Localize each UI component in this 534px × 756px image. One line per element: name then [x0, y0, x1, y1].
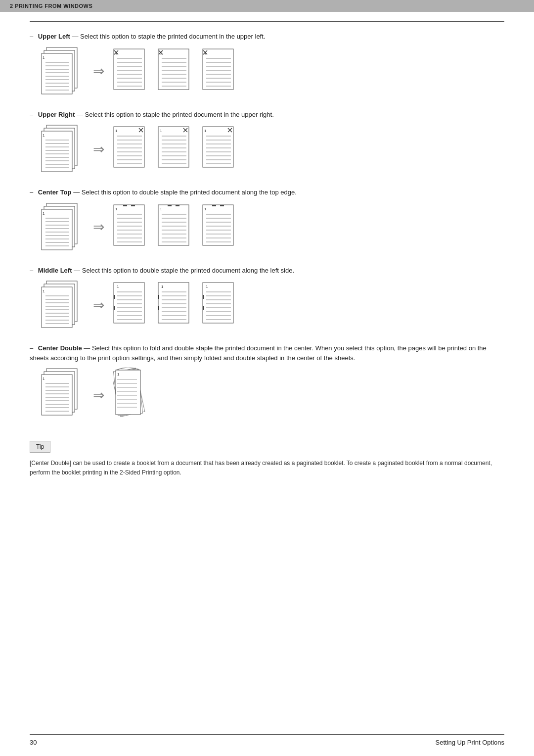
option-name-ct: Center Top	[38, 189, 72, 196]
svg-rect-4	[42, 53, 72, 94]
result-page-1: 1	[113, 48, 149, 94]
arrow-icon-ct: ⇒	[93, 219, 104, 235]
stack-diagram-ml: 3 2 1	[40, 280, 84, 330]
result-page-3: 1	[202, 48, 238, 94]
result-ml-3: 1	[202, 282, 238, 328]
stack-diagram-ct: 3 2 1	[40, 202, 84, 252]
svg-rect-129	[158, 205, 189, 245]
option-name-ml: Middle Left	[38, 267, 72, 274]
center-double-diagrams: 3 2 1 ⇒	[40, 368, 504, 422]
middle-left-diagrams: 3 2 1 ⇒ 1	[40, 280, 504, 330]
page-footer: 30 Setting Up Print Options	[30, 734, 504, 746]
svg-rect-106	[42, 209, 72, 250]
result-ur-1: 1	[113, 126, 149, 172]
upper-left-diagrams: 3 2 1 ⇒	[40, 47, 504, 96]
arrow-icon-ur: ⇒	[93, 141, 104, 157]
result-ml-1: 1	[113, 282, 149, 328]
upper-right-diagrams: 3 2 1 ⇒ 1	[40, 124, 504, 174]
stack-diagram: 3 2 1	[40, 47, 84, 96]
svg-text:1: 1	[161, 284, 164, 289]
svg-rect-117	[114, 205, 144, 245]
result-ct-3: 1	[202, 204, 238, 250]
stack-diagram-ur: 3 2 1	[40, 124, 84, 174]
svg-text:1: 1	[204, 207, 207, 211]
svg-text:1: 1	[43, 55, 45, 60]
option-center-double: – Center Double — Select this option to …	[30, 343, 504, 422]
option-desc-ml: — Select this option to double staple th…	[74, 267, 294, 274]
svg-rect-66	[114, 127, 144, 167]
page-header: 2 PRINTING FROM WINDOWS	[0, 0, 534, 12]
tip-text: [Center Double] can be used to create a …	[30, 459, 504, 477]
svg-rect-15	[114, 49, 144, 90]
option-upper-right: – Upper Right — Select this option to st…	[30, 110, 504, 174]
result-ur-2: 1	[158, 126, 193, 172]
main-content: – Upper Left — Select this option to sta…	[0, 22, 534, 507]
option-center-double-label: – Center Double — Select this option to …	[30, 343, 504, 363]
option-center-top: – Center Top — Select this option to dou…	[30, 188, 504, 252]
svg-text:1: 1	[160, 129, 162, 133]
tip-section: Tip [Center Double] can be used to creat…	[30, 436, 504, 477]
header-title: 2 PRINTING FROM WINDOWS	[10, 3, 92, 9]
option-name-ur: Upper Right	[38, 111, 75, 118]
svg-text:1: 1	[43, 377, 45, 381]
svg-text:1: 1	[117, 372, 120, 377]
option-name-cd: Center Double	[38, 344, 82, 352]
option-middle-left-label: – Middle Left — Select this option to do…	[30, 266, 504, 276]
option-name: Upper Left	[38, 33, 70, 40]
option-middle-left: – Middle Left — Select this option to do…	[30, 266, 504, 330]
option-upper-left-label: – Upper Left — Select this option to sta…	[30, 32, 504, 42]
arrow-icon-ml: ⇒	[93, 297, 104, 313]
result-ct-2: 1	[158, 204, 193, 250]
arrow-icon-cd: ⇒	[93, 387, 104, 403]
svg-rect-55	[42, 131, 72, 172]
booklet-result: 1	[113, 368, 163, 422]
result-ur-3: 1	[202, 126, 238, 172]
svg-text:1: 1	[204, 129, 207, 133]
svg-rect-208	[42, 375, 72, 415]
center-top-diagrams: 3 2 1 ⇒ 1	[40, 202, 504, 252]
svg-text:1: 1	[117, 284, 119, 289]
svg-text:1: 1	[43, 289, 45, 293]
svg-rect-78	[158, 127, 189, 167]
svg-text:1: 1	[43, 211, 45, 216]
footer-text: Setting Up Print Options	[436, 739, 504, 746]
svg-text:1: 1	[115, 129, 118, 133]
svg-text:1: 1	[206, 284, 208, 289]
option-desc: — Select this option to staple the print…	[72, 33, 265, 40]
result-ct-1: 1	[113, 204, 149, 250]
svg-rect-27	[158, 49, 189, 90]
svg-text:1: 1	[115, 207, 118, 211]
option-desc-ur: — Select this option to staple the print…	[77, 111, 274, 118]
option-desc-cd: — Select this option to fold and double …	[30, 344, 487, 362]
stack-diagram-cd: 3 2 1	[40, 368, 84, 422]
svg-rect-90	[203, 127, 233, 167]
result-ml-2: 1	[158, 282, 193, 328]
tip-label: Tip	[30, 441, 50, 453]
arrow-icon: ⇒	[93, 63, 104, 79]
svg-text:1: 1	[160, 207, 162, 211]
option-upper-right-label: – Upper Right — Select this option to st…	[30, 110, 504, 120]
option-upper-left: – Upper Left — Select this option to sta…	[30, 32, 504, 96]
svg-rect-228	[116, 370, 140, 415]
svg-text:1: 1	[43, 133, 45, 138]
svg-rect-141	[203, 205, 233, 245]
option-center-top-label: – Center Top — Select this option to dou…	[30, 188, 504, 197]
option-desc-ct: — Select this option to double staple th…	[73, 189, 297, 196]
result-page-2: 1	[158, 48, 193, 94]
svg-rect-157	[42, 287, 72, 328]
footer-page-number: 30	[30, 739, 37, 746]
svg-rect-39	[203, 49, 233, 90]
